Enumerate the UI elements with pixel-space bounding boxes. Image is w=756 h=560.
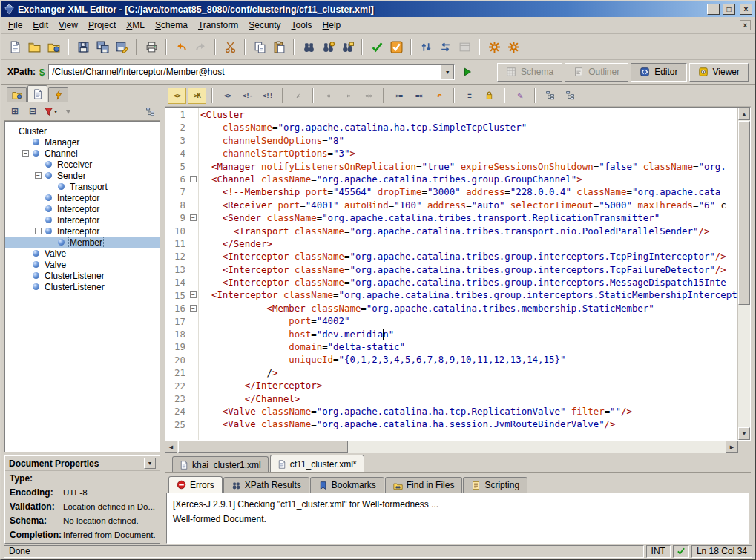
scroll-left-icon[interactable]: ◀ (165, 441, 177, 453)
validate-button[interactable] (387, 37, 406, 56)
menu-transform[interactable]: Transform (193, 18, 243, 33)
scroll-up-icon[interactable]: ▲ (738, 108, 750, 120)
file-tab-khai-cluster1-xml[interactable]: khai_cluster1.xml (172, 456, 269, 472)
code-line[interactable]: <Interceptor className="org.apache.catal… (199, 250, 737, 263)
code-line[interactable]: channelStartOptions="3"> (199, 147, 737, 159)
tree-expander-icon[interactable]: − (22, 150, 29, 157)
code-line[interactable]: channelSendOptions="8" (199, 134, 737, 147)
tree-expander-icon[interactable]: − (35, 172, 42, 179)
tab-find-in-files[interactable]: Find in Files (385, 477, 463, 493)
tree-item-transport[interactable]: Transport (5, 181, 160, 192)
menu-project[interactable]: Project (83, 18, 121, 33)
save-as-button[interactable] (112, 37, 131, 56)
menu-xml[interactable]: XML (121, 18, 150, 33)
menu-security[interactable]: Security (243, 18, 286, 33)
scroll-down-icon[interactable]: ▼ (738, 427, 750, 440)
tree-expander-icon[interactable]: − (35, 228, 42, 234)
copy-button[interactable] (250, 37, 269, 56)
tree-item-interceptor[interactable]: −Interceptor (5, 225, 160, 237)
code-line[interactable]: </Sender> (199, 237, 737, 250)
insert-comment-button[interactable]: <!- (238, 88, 257, 104)
menu-schema[interactable]: Schema (150, 18, 193, 33)
code-line[interactable]: <Receiver port="4001" autoBind="100" add… (199, 199, 737, 211)
synchronize-outline-button[interactable] (541, 88, 559, 104)
code-line[interactable]: className="org.apache.catalina.ha.tcp.Si… (199, 121, 737, 134)
minimize-button[interactable]: _ (707, 4, 720, 15)
tree-item-interceptor[interactable]: Interceptor (5, 214, 160, 225)
tree-item-channel[interactable]: −Channel (5, 148, 160, 159)
menu-view[interactable]: View (53, 18, 83, 33)
code-line[interactable]: <!--Membership port="45564" dropTime="30… (199, 185, 737, 198)
fold-toggle-icon[interactable]: − (190, 214, 197, 221)
tree-item-interceptor[interactable]: Interceptor (5, 203, 160, 214)
tab-xpath-results[interactable]: XPath Results (223, 477, 309, 493)
xpath-run-button[interactable] (458, 63, 476, 81)
insert-element-button[interactable]: <> (218, 88, 237, 104)
tree-item-cluster[interactable]: −Cluster (5, 125, 160, 136)
swap-elements-button[interactable] (435, 37, 455, 56)
tree-item-interceptor[interactable]: Interceptor (5, 192, 160, 203)
code-line[interactable]: <Member className="org.apache.catalina.t… (199, 302, 737, 314)
open-file-button[interactable] (24, 37, 44, 56)
menu-help[interactable]: Help (318, 18, 346, 33)
save-all-button[interactable] (93, 37, 112, 56)
tree-item-sender[interactable]: −Sender (5, 170, 160, 181)
maximize-button[interactable]: □ (723, 4, 735, 15)
tree-settings-button[interactable] (142, 104, 158, 119)
previous-element-button[interactable]: <> (168, 88, 186, 104)
menu-edit[interactable]: Edit (27, 18, 53, 33)
cut-button[interactable] (220, 37, 240, 56)
vertical-scrollbar[interactable]: ▲ ▼ (737, 108, 750, 440)
code-line[interactable]: <Channel className="org.apache.catalina.… (199, 173, 737, 185)
previous-attribute-button[interactable]: =« (410, 88, 428, 104)
paste-button[interactable] (269, 37, 289, 56)
scroll-right-icon[interactable]: ▶ (726, 441, 738, 453)
vertical-scroll-thumb[interactable] (738, 121, 750, 305)
insert-cdata-button[interactable]: <!! (258, 88, 277, 104)
code-line[interactable]: uniqueId="{0,1,2,3,4,5,6,7,8,9,10,11,12,… (199, 353, 737, 366)
check-well-formed-button[interactable] (367, 37, 387, 56)
find-button[interactable] (299, 37, 318, 56)
next-attribute-button[interactable]: »= (389, 88, 408, 104)
filter-nodes-button[interactable]: ▾ (42, 104, 59, 119)
new-document-button[interactable] (5, 37, 24, 56)
code-line[interactable]: domain="delta-static" (199, 340, 737, 353)
code-line[interactable]: host="dev.meridian" (199, 328, 737, 340)
open-project-button[interactable] (44, 37, 63, 56)
code-line[interactable]: <Cluster (199, 108, 737, 121)
format-document-button[interactable]: ≡ (460, 88, 479, 104)
code-line[interactable]: /> (199, 366, 737, 379)
lock-document-button[interactable] (480, 88, 499, 104)
outline-tab[interactable] (27, 85, 47, 102)
goto-matching-tag-button[interactable]: ↶ (430, 88, 448, 104)
print-button[interactable] (142, 37, 161, 56)
code-line[interactable]: <Sender className="org.apache.catalina.t… (199, 211, 737, 224)
transform-tab[interactable] (48, 87, 68, 102)
tab-scripting[interactable]: Scripting (463, 477, 527, 493)
code-line[interactable]: port="4002" (199, 314, 737, 327)
tree-item-clusterlistener[interactable]: ClusterListener (5, 281, 160, 292)
fold-toggle-icon[interactable]: − (190, 305, 197, 312)
find-in-files-button[interactable] (338, 37, 357, 56)
code-line[interactable]: <Valve className="org.apache.catalina.ha… (199, 405, 737, 418)
menu-file[interactable]: File (3, 18, 27, 33)
undo-button[interactable] (171, 37, 191, 56)
tree-expander-icon[interactable]: − (7, 128, 13, 134)
tree-item-valve[interactable]: Valve (5, 248, 160, 259)
collapse-panel-button[interactable]: ▼ (144, 458, 156, 469)
close-document-button[interactable]: × (740, 20, 751, 30)
code-area[interactable]: <Cluster className="org.apache.catalina.… (199, 108, 737, 440)
tree-item-receiver[interactable]: Receiver (5, 159, 160, 170)
xpath-input[interactable] (49, 65, 441, 79)
title-bar[interactable]: Exchanger XML Editor - [C:/java/tomcat85… (1, 1, 755, 17)
code-line[interactable]: <Interceptor className="org.apache.catal… (199, 263, 737, 276)
code-line[interactable]: <Interceptor className="org.apache.catal… (199, 289, 737, 301)
xpath-dropdown-button[interactable]: ▼ (441, 65, 454, 79)
horizontal-scroll-track[interactable] (177, 441, 726, 453)
tree-item-clusterlistener[interactable]: ClusterListener (5, 270, 160, 281)
file-tab-cf11-cluster-xml[interactable]: cf11_cluster.xml* (270, 455, 364, 472)
tree-item-member[interactable]: Member (5, 237, 160, 248)
code-line[interactable]: <Manager notifyListenersOnReplication="t… (199, 160, 737, 173)
code-line[interactable]: <Transport className="org.apache.catalin… (199, 225, 737, 237)
show-element-structure-button[interactable] (561, 88, 579, 104)
